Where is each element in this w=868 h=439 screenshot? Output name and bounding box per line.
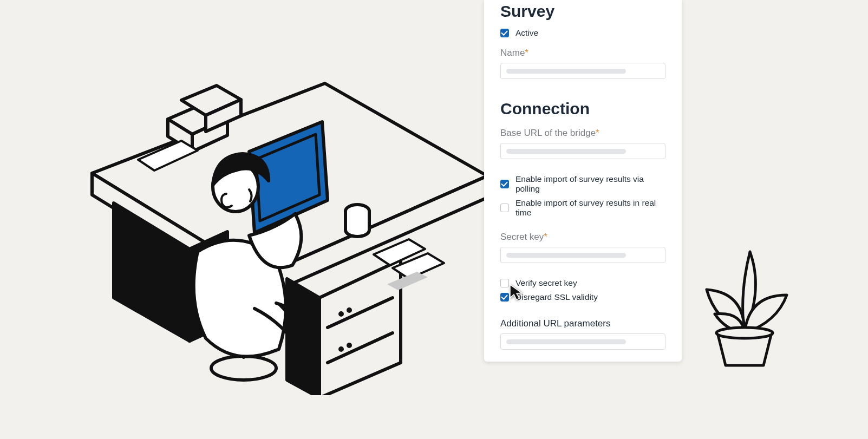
base-url-input[interactable] <box>500 143 665 159</box>
polling-checkbox-row[interactable]: Enable import of survey results via poll… <box>500 174 665 194</box>
realtime-checkbox-row[interactable]: Enable import of survey results in real … <box>500 198 665 218</box>
section-survey-title: Survey <box>500 2 665 21</box>
svg-point-25 <box>211 356 276 380</box>
section-connection-title: Connection <box>500 97 665 118</box>
checkbox-icon <box>500 279 509 287</box>
verify-secret-checkbox-row[interactable]: Verify secret key <box>500 278 665 288</box>
polling-checkbox-label: Enable import of survey results via poll… <box>515 174 665 194</box>
svg-marker-5 <box>319 260 401 395</box>
svg-point-28 <box>716 327 773 338</box>
secret-key-field-label: Secret key* <box>500 232 665 243</box>
base-url-field-label: Base URL of the bridge* <box>500 128 665 139</box>
svg-point-11 <box>340 348 342 350</box>
url-params-input[interactable] <box>500 333 665 350</box>
survey-settings-card: Survey Active Name* Connection Base URL … <box>484 0 682 362</box>
checkbox-icon <box>500 180 509 188</box>
active-checkbox-label: Active <box>515 28 538 38</box>
checkbox-icon <box>500 293 509 302</box>
verify-secret-checkbox-label: Verify secret key <box>515 278 577 288</box>
name-field-label: Name* <box>500 48 665 58</box>
disregard-ssl-checkbox-row[interactable]: Disregard SSL validity <box>500 292 665 302</box>
name-input[interactable] <box>500 63 665 79</box>
plant-illustration <box>699 246 791 371</box>
svg-point-12 <box>348 344 350 346</box>
disregard-ssl-checkbox-label: Disregard SSL validity <box>515 292 598 302</box>
url-params-field-label: Additional URL parameters <box>500 318 665 329</box>
checkbox-icon <box>500 204 509 212</box>
desk-illustration <box>87 81 493 395</box>
svg-point-10 <box>348 309 350 311</box>
secret-key-input[interactable] <box>500 247 665 263</box>
active-checkbox-row[interactable]: Active <box>500 28 665 38</box>
realtime-checkbox-label: Enable import of survey results in real … <box>515 198 665 218</box>
checkbox-icon <box>500 29 509 37</box>
svg-point-9 <box>340 313 342 315</box>
